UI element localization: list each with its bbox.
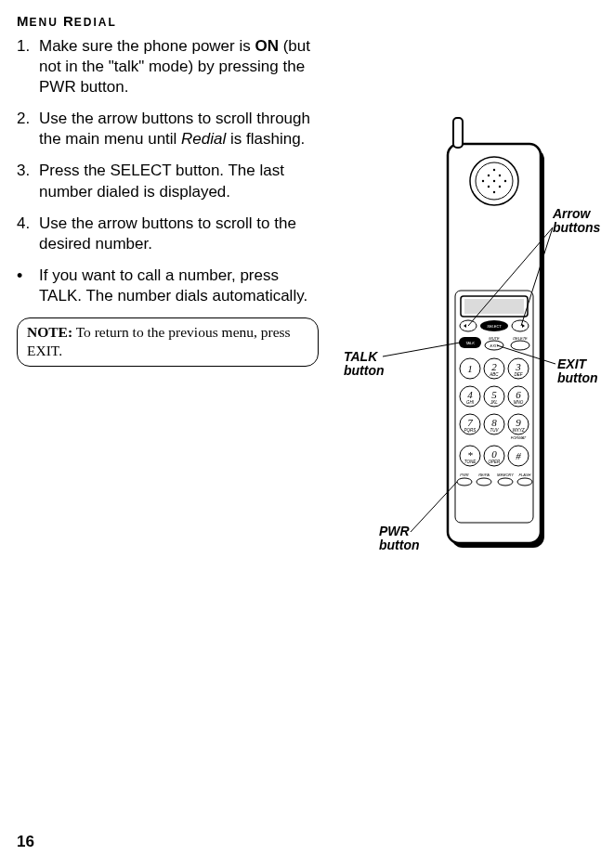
step-num: 3. <box>17 161 39 201</box>
bullet-text: If you want to call a number, press TALK… <box>39 266 319 306</box>
title-sc2: EDIAL <box>74 16 117 29</box>
svg-point-7 <box>499 175 501 176</box>
svg-text:MEMORY: MEMORY <box>497 473 514 477</box>
key-select: SELECT <box>487 324 502 329</box>
page-number: 16 <box>17 833 34 851</box>
title-cap2: R <box>59 13 74 29</box>
phone-diagram: Arrowbuttons TALKbutton EXITbutton PWRbu… <box>344 116 594 599</box>
svg-text:JKL: JKL <box>490 400 498 405</box>
svg-text:1: 1 <box>467 363 473 374</box>
label-mute: MUTE <box>489 336 500 341</box>
step-num: 1. <box>17 36 39 97</box>
note-label: NOTE: <box>27 324 72 340</box>
svg-text:ABC: ABC <box>489 372 499 377</box>
svg-text:3: 3 <box>515 361 521 372</box>
svg-point-12 <box>493 169 495 171</box>
svg-text:2: 2 <box>491 361 497 372</box>
key-exit: EXIT <box>490 343 499 348</box>
key-talk: TALK <box>465 341 475 345</box>
svg-point-58 <box>457 478 472 486</box>
svg-point-60 <box>477 478 491 486</box>
svg-text:FORMAT: FORMAT <box>511 435 527 440</box>
bullet-item: • If you want to call a number, press TA… <box>17 266 319 306</box>
note-box: NOTE: To return to the previous menu, pr… <box>17 317 319 367</box>
step-4: 4. Use the arrow buttons to scroll to th… <box>17 214 319 254</box>
label-delete: DELETE <box>513 336 528 341</box>
callout-pwr-button: PWRbutton <box>379 525 420 553</box>
step-text: Use the arrow buttons to scroll to the d… <box>39 214 319 254</box>
bullet-mark: • <box>17 266 39 306</box>
svg-text:PQRS: PQRS <box>464 428 477 433</box>
svg-text:#: # <box>516 450 521 461</box>
callout-text: EXITbutton <box>557 356 598 385</box>
step-2: 2. Use the arrow buttons to scroll throu… <box>17 109 319 149</box>
svg-text:GHI: GHI <box>466 400 475 405</box>
callout-arrow-buttons: Arrowbuttons <box>553 207 600 236</box>
svg-text:5: 5 <box>491 389 497 400</box>
step-num: 2. <box>17 109 39 149</box>
svg-point-10 <box>482 180 484 182</box>
svg-rect-16 <box>464 299 524 314</box>
callout-text: TALKbutton <box>344 349 385 378</box>
svg-text:9: 9 <box>516 417 521 428</box>
svg-text:6: 6 <box>516 389 521 400</box>
title-sc1: ENU <box>30 16 59 29</box>
svg-point-62 <box>498 478 513 486</box>
step-text: Use the arrow buttons to scroll through … <box>39 109 319 149</box>
svg-point-64 <box>517 478 532 486</box>
callout-text: Arrowbuttons <box>553 206 600 235</box>
svg-rect-2 <box>453 118 463 148</box>
svg-text:MNO: MNO <box>514 400 524 405</box>
svg-point-8 <box>488 186 490 188</box>
step-1: 1. Make sure the phone power is ON (but … <box>17 36 319 97</box>
step-3: 3. Press the SELECT button. The last num… <box>17 161 319 201</box>
svg-text:RE/PA: RE/PA <box>478 473 490 477</box>
svg-text:FLASH: FLASH <box>519 473 531 477</box>
svg-point-13 <box>493 191 495 193</box>
svg-point-17 <box>460 320 477 331</box>
svg-point-9 <box>499 186 501 188</box>
title-cap1: M <box>17 13 30 29</box>
svg-text:7: 7 <box>467 417 473 428</box>
svg-point-11 <box>504 180 506 182</box>
svg-point-22 <box>511 341 529 350</box>
svg-text:TONE: TONE <box>464 460 477 464</box>
svg-text:DEF: DEF <box>515 372 523 377</box>
callout-text: PWRbutton <box>379 524 420 552</box>
step-text: Make sure the phone power is ON (but not… <box>39 36 319 97</box>
phone-illustration: SELECT TALK MUTE EXIT DELETE 1 2 ABC 3 D… <box>427 116 548 562</box>
callout-talk-button: TALKbutton <box>344 350 385 379</box>
svg-point-5 <box>493 180 495 182</box>
section-title: MENU REDIAL <box>17 13 584 29</box>
svg-point-6 <box>488 175 490 176</box>
svg-text:TUV: TUV <box>490 428 500 433</box>
callout-exit-button: EXITbutton <box>557 357 598 386</box>
svg-text:WXYZ: WXYZ <box>513 428 525 433</box>
step-text: Press the SELECT button. The last number… <box>39 161 319 201</box>
svg-text:4: 4 <box>467 389 473 400</box>
svg-text:8: 8 <box>491 417 497 428</box>
svg-text:OPER: OPER <box>489 460 502 464</box>
svg-point-18 <box>512 320 529 331</box>
svg-text:0: 0 <box>491 448 497 460</box>
label-pwr: PWR <box>460 473 468 477</box>
step-num: 4. <box>17 214 39 254</box>
instruction-list: 1. Make sure the phone power is ON (but … <box>17 36 319 306</box>
